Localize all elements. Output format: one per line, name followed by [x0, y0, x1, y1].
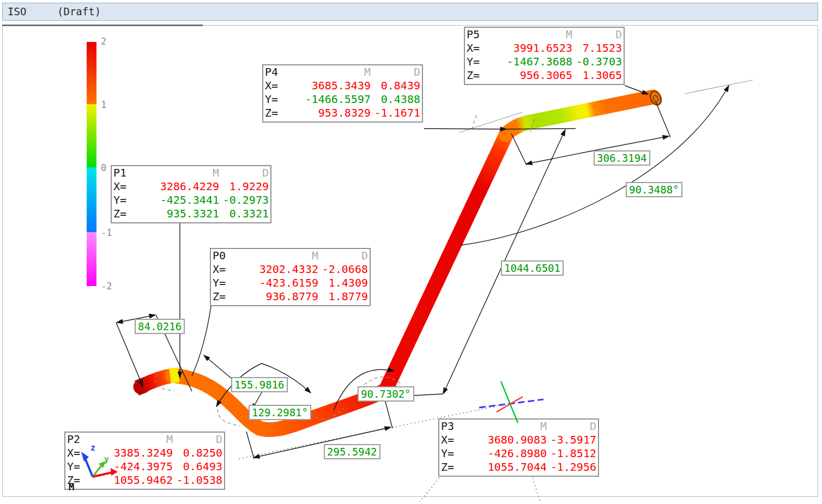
tube-yellow-band: [170, 375, 179, 376]
coordinate-row: Y=-423.61591.4309: [211, 276, 370, 290]
dimension-label[interactable]: 90.7302°: [358, 386, 414, 402]
column-header-d: D: [227, 166, 269, 180]
column-header-d: D: [180, 433, 222, 446]
column-header-m: M: [493, 28, 580, 41]
scale-tick-1: 1: [101, 99, 123, 110]
dimension-label[interactable]: 306.3194: [594, 150, 650, 166]
axis-y-label: y: [104, 454, 109, 464]
point-id: P4: [265, 65, 291, 79]
point-id: P3: [441, 420, 467, 433]
column-header-d: D: [378, 65, 420, 79]
point-id: P5: [467, 28, 493, 41]
dimension-label[interactable]: 129.2981°: [249, 405, 311, 420]
dimension-label[interactable]: 155.9816: [231, 377, 288, 392]
column-header-m: M: [239, 249, 326, 263]
point-box-p1[interactable]: P1MD X=3286.42291.9229 Y=-425.3441-0.297…: [111, 165, 271, 223]
coordinate-row: Z=1055.7044-1.2956: [439, 460, 598, 474]
coordinate-row: Y=-1467.3688-0.3703: [465, 55, 624, 69]
column-header-d: D: [326, 249, 368, 263]
deviation-color-scale: [87, 42, 96, 286]
point-box-p0[interactable]: P0MD X=3202.4332-2.0668 Y=-423.61591.430…: [210, 248, 371, 306]
point-box-p5[interactable]: P5MD X=3991.65237.1523 Y=-1467.3688-0.37…: [464, 27, 625, 85]
column-header-d: D: [554, 420, 596, 433]
coordinate-row: Z=956.30651.3065: [465, 69, 624, 82]
scale-tick-m1: -1: [101, 227, 123, 238]
dimension-lines: [116, 86, 729, 459]
point-box-p3[interactable]: P3MD X=3680.9083-3.5917 Y=-426.8980-1.85…: [438, 418, 599, 477]
column-header-m: M: [93, 433, 180, 446]
coordinate-row: Z=953.8329-1.1671: [263, 106, 422, 120]
coordinate-row: Z=1055.9462-1.0538: [65, 473, 224, 487]
point-id: P0: [213, 249, 239, 263]
coordinate-row: X=3385.32490.8250: [65, 446, 224, 460]
dimension-label[interactable]: 295.5942: [324, 444, 380, 459]
point-id: P2: [67, 433, 93, 446]
coordinate-row: Y=-424.39750.6493: [65, 460, 224, 473]
scale-tick-2: 2: [101, 36, 123, 47]
point-id: P1: [113, 166, 140, 180]
cad-measurement-window: ISO (Draft): [0, 0, 822, 504]
dimension-label[interactable]: 1044.6501: [501, 260, 564, 276]
coordinate-row: X=3991.65237.1523: [465, 41, 624, 55]
coordinate-row: X=3202.4332-2.0668: [211, 263, 370, 276]
point-box-p4[interactable]: P4MD X=3685.34390.8439 Y=-1466.55970.438…: [262, 64, 423, 123]
coordinate-row: X=3685.34390.8439: [263, 79, 422, 93]
coordinate-row: Z=935.33210.3321: [112, 207, 270, 221]
coordinate-row: X=3286.42291.9229: [112, 180, 270, 193]
dimension-label[interactable]: 90.3488°: [626, 182, 682, 197]
column-header-m: M: [291, 65, 378, 79]
point-box-p2[interactable]: P2MD X=3385.32490.8250 Y=-424.39750.6493…: [64, 432, 225, 490]
coordinate-row: Z=936.87791.8779: [211, 290, 370, 303]
column-header-d: D: [580, 28, 622, 41]
column-header-m: M: [140, 166, 227, 180]
column-header-m: M: [467, 420, 554, 433]
datum-origin-label: M: [69, 482, 74, 493]
coordinate-row: X=3680.9083-3.5917: [439, 433, 598, 447]
coordinate-row: Y=-1466.55970.4388: [263, 93, 422, 106]
axis-z-label: z: [90, 443, 95, 453]
coordinate-row: Y=-425.3441-0.2973: [112, 193, 270, 207]
scale-tick-m2: -2: [101, 281, 123, 292]
dimension-label[interactable]: 84.0216: [135, 319, 185, 334]
coordinate-row: Y=-426.8980-1.8512: [439, 447, 598, 460]
